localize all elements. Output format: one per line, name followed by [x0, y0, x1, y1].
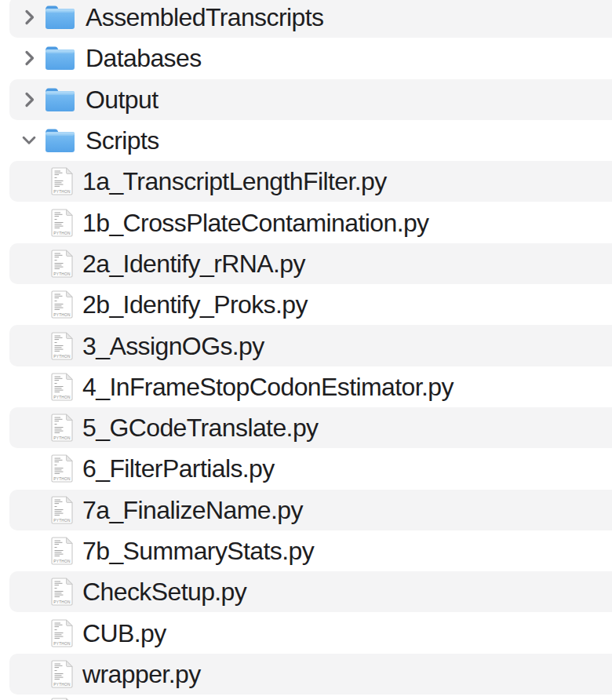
svg-text:PYTHON: PYTHON: [53, 641, 71, 645]
python-file-icon: PYTHON: [50, 454, 74, 483]
chevron-right-icon[interactable]: [20, 89, 38, 111]
folder-name[interactable]: Scripts: [86, 126, 159, 155]
file-name[interactable]: 2a_Identify_rRNA.py: [82, 249, 305, 278]
file-row[interactable]: PYTHON6_FilterPartials.py: [0, 448, 612, 489]
svg-text:PYTHON: PYTHON: [53, 395, 71, 399]
file-row[interactable]: PYTHON2b_Identify_Proks.py: [0, 284, 612, 325]
file-row[interactable]: PYTHON7b_SummaryStats.py: [0, 530, 612, 571]
file-name[interactable]: CheckSetup.py: [82, 578, 246, 607]
python-file-icon: PYTHON: [50, 577, 74, 607]
file-name[interactable]: 3_AssignOGs.py: [82, 331, 264, 360]
svg-text:PYTHON: PYTHON: [53, 436, 71, 440]
folder-icon: [44, 4, 76, 31]
file-row[interactable]: PYTHON2a_Identify_rRNA.py: [0, 243, 612, 284]
file-name[interactable]: 5_GCodeTranslate.py: [82, 414, 318, 443]
file-row[interactable]: PYTHONCheckSetup.py: [0, 571, 612, 612]
file-name[interactable]: 4_InFrameStopCodonEstimator.py: [82, 372, 454, 401]
svg-text:PYTHON: PYTHON: [53, 560, 71, 563]
python-file-icon: PYTHON: [50, 208, 74, 238]
python-file-icon: PYTHON: [50, 249, 74, 279]
folder-icon: [44, 45, 76, 71]
file-name[interactable]: 7a_FinalizeName.py: [82, 495, 303, 524]
python-file-icon: PYTHON: [50, 697, 74, 700]
svg-text:PYTHON: PYTHON: [53, 682, 71, 686]
file-name[interactable]: wrapper.py: [82, 659, 201, 688]
file-row[interactable]: PYTHON7a_FinalizeName.py: [0, 490, 612, 530]
folder-row[interactable]: Databases: [0, 38, 612, 78]
svg-text:PYTHON: PYTHON: [53, 600, 71, 604]
svg-text:PYTHON: PYTHON: [53, 477, 71, 481]
svg-text:PYTHON: PYTHON: [53, 354, 71, 358]
file-name[interactable]: 7b_SummaryStats.py: [82, 537, 314, 566]
python-file-icon: PYTHON: [50, 166, 74, 196]
file-name[interactable]: CUB.py: [82, 618, 166, 647]
python-file-icon: PYTHON: [50, 536, 74, 566]
file-row[interactable]: PYTHON: [0, 695, 612, 700]
file-name[interactable]: 1b_CrossPlateContamination.py: [82, 208, 429, 237]
python-file-icon: PYTHON: [50, 372, 74, 402]
finder-file-list: AssembledTranscriptsDatabasesOutputScrip…: [0, 0, 612, 700]
svg-text:PYTHON: PYTHON: [53, 272, 71, 275]
folder-name[interactable]: AssembledTranscripts: [86, 3, 323, 32]
folder-name[interactable]: Output: [86, 85, 158, 114]
svg-text:PYTHON: PYTHON: [53, 313, 71, 317]
file-list-rows: AssembledTranscriptsDatabasesOutputScrip…: [0, 0, 612, 700]
folder-row[interactable]: Scripts: [0, 120, 612, 161]
svg-text:PYTHON: PYTHON: [53, 231, 71, 235]
file-row[interactable]: PYTHON5_GCodeTranslate.py: [0, 407, 612, 448]
file-row[interactable]: PYTHON4_InFrameStopCodonEstimator.py: [0, 366, 612, 407]
file-row[interactable]: PYTHONwrapper.py: [0, 654, 612, 695]
file-name[interactable]: 6_FilterPartials.py: [82, 454, 275, 483]
chevron-right-icon[interactable]: [20, 47, 38, 69]
file-name[interactable]: 1a_TranscriptLengthFilter.py: [82, 167, 387, 196]
python-file-icon: PYTHON: [50, 331, 74, 361]
file-row[interactable]: PYTHONCUB.py: [0, 612, 612, 653]
chevron-right-icon[interactable]: [20, 6, 38, 28]
chevron-down-icon[interactable]: [20, 129, 38, 151]
file-row[interactable]: PYTHON1b_CrossPlateContamination.py: [0, 202, 612, 242]
svg-text:PYTHON: PYTHON: [53, 190, 71, 194]
folder-icon: [44, 127, 76, 154]
python-file-icon: PYTHON: [50, 413, 74, 443]
python-file-icon: PYTHON: [50, 618, 74, 648]
python-file-icon: PYTHON: [50, 495, 74, 525]
file-name[interactable]: 2b_Identify_Proks.py: [82, 290, 308, 319]
folder-icon: [44, 86, 76, 113]
python-file-icon: PYTHON: [50, 290, 74, 319]
folder-row[interactable]: Output: [0, 79, 612, 120]
file-row[interactable]: PYTHON3_AssignOGs.py: [0, 325, 612, 366]
svg-text:PYTHON: PYTHON: [53, 518, 71, 522]
file-row[interactable]: PYTHON1a_TranscriptLengthFilter.py: [0, 161, 612, 202]
folder-row[interactable]: AssembledTranscripts: [0, 0, 612, 38]
folder-name[interactable]: Databases: [86, 44, 202, 73]
python-file-icon: PYTHON: [50, 659, 74, 689]
